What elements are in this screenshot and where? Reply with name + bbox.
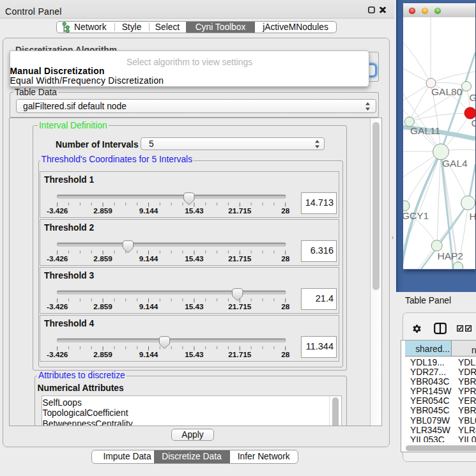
svg-text:9.144: 9.144 (139, 254, 158, 263)
svg-text:15.43: 15.43 (185, 302, 204, 311)
svg-text:CYC8: CYC8 (472, 118, 476, 128)
svg-text:21.715: 21.715 (228, 206, 252, 215)
svg-text:GAL11: GAL11 (410, 125, 440, 136)
svg-text:2.859: 2.859 (93, 350, 112, 359)
svg-text:9.144: 9.144 (139, 350, 158, 359)
svg-text:2.859: 2.859 (93, 254, 112, 263)
svg-text:15.43: 15.43 (185, 350, 204, 359)
svg-text:GAL3: GAL3 (470, 92, 476, 103)
svg-text:-3.426: -3.426 (47, 254, 68, 263)
svg-text:28: 28 (281, 302, 290, 311)
svg-text:GCY1: GCY1 (403, 210, 429, 221)
svg-text:GAL4: GAL4 (442, 158, 468, 169)
svg-text:-3.426: -3.426 (47, 302, 68, 311)
svg-text:GAL80: GAL80 (431, 86, 463, 97)
svg-text:-3.426: -3.426 (47, 350, 68, 359)
svg-text:9.144: 9.144 (139, 302, 158, 311)
svg-text:28: 28 (281, 350, 290, 359)
svg-text:21.715: 21.715 (228, 254, 252, 263)
svg-text:9.144: 9.144 (139, 206, 158, 215)
svg-text:21.715: 21.715 (228, 302, 252, 311)
svg-text:28: 28 (281, 254, 290, 263)
svg-text:HAP2: HAP2 (438, 250, 464, 261)
svg-text:2.859: 2.859 (93, 302, 112, 311)
svg-text:21.715: 21.715 (228, 350, 252, 359)
svg-text:-3.426: -3.426 (47, 206, 68, 215)
svg-text:28: 28 (281, 206, 290, 215)
svg-text:HIS4: HIS4 (470, 211, 476, 222)
svg-text:15.43: 15.43 (185, 254, 204, 263)
svg-text:15.43: 15.43 (185, 206, 204, 215)
svg-text:2.859: 2.859 (93, 206, 112, 215)
